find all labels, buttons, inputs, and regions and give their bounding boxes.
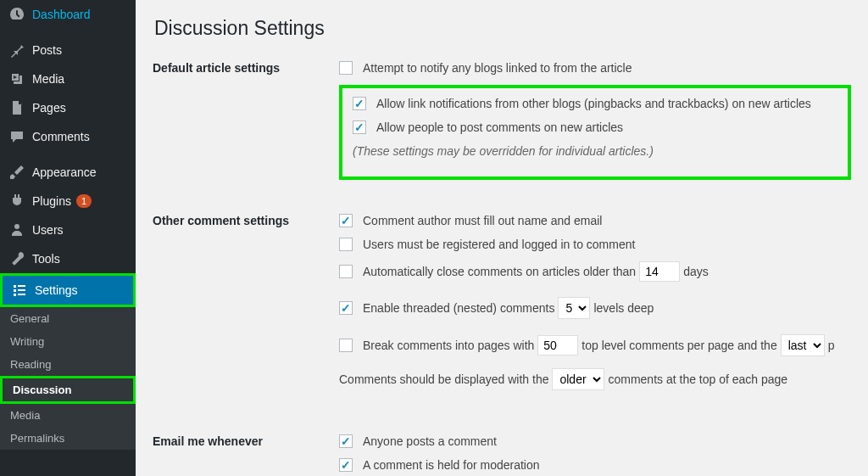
svg-rect-4 — [14, 294, 16, 296]
field-label: A comment is held for moderation — [363, 458, 540, 472]
field-label: Allow link notifications from other blog… — [376, 97, 811, 110]
checkbox-registered[interactable] — [339, 238, 353, 251]
section-heading: Other comment settings — [153, 214, 339, 400]
submenu-media[interactable]: Media — [0, 404, 136, 427]
sidebar-label: Plugins — [32, 194, 71, 208]
checkbox-threaded[interactable] — [339, 301, 353, 315]
field-label: Break comments into pages with — [363, 339, 534, 352]
checkbox-allow-comments[interactable] — [353, 120, 366, 134]
update-badge: 1 — [76, 194, 92, 208]
sidebar-label: Media — [32, 72, 64, 86]
section-heading: Email me whenever — [153, 434, 339, 476]
field-label: Automatically close comments on articles… — [363, 265, 636, 278]
checkbox-pingbacks[interactable] — [353, 97, 366, 110]
field-label: Comments should be displayed with the — [339, 372, 548, 386]
sidebar-label: Pages — [32, 101, 66, 115]
svg-rect-1 — [18, 285, 25, 287]
section-default-article: Default article settings Attempt to noti… — [153, 61, 851, 180]
field-label: Users must be registered and logged in t… — [363, 238, 635, 251]
sidebar-label: Appearance — [32, 165, 97, 179]
checkbox-email-held[interactable] — [339, 458, 353, 472]
select-thread-depth[interactable]: 5 — [558, 297, 590, 319]
sidebar-item-tools[interactable]: Tools — [0, 244, 136, 273]
field-label: levels deep — [593, 301, 654, 315]
field-label: Attempt to notify any blogs linked to fr… — [363, 61, 632, 75]
field-label: Enable threaded (nested) comments — [363, 301, 554, 315]
plugin-icon — [8, 193, 25, 210]
main-content: Discussion Settings Default article sett… — [136, 0, 868, 476]
sidebar-label: Comments — [32, 130, 90, 143]
sidebar-label: Settings — [35, 283, 78, 297]
submenu-permalinks[interactable]: Permalinks — [0, 427, 136, 450]
sidebar-label: Dashboard — [32, 8, 91, 21]
submenu-reading[interactable]: Reading — [0, 353, 136, 376]
submenu-discussion[interactable]: Discussion — [0, 376, 136, 404]
svg-rect-0 — [14, 285, 16, 288]
checkbox-autoclose[interactable] — [339, 265, 353, 278]
submenu-writing[interactable]: Writing — [0, 330, 136, 353]
wrench-icon — [8, 250, 25, 267]
input-autoclose-days[interactable] — [639, 261, 680, 282]
svg-rect-2 — [14, 289, 16, 292]
section-other-comment: Other comment settings Comment author mu… — [153, 214, 851, 400]
settings-hint: (These settings may be overridden for in… — [353, 144, 837, 158]
select-page-default[interactable]: last — [781, 334, 825, 356]
admin-sidebar: Dashboard Posts Media Pages Comments App… — [0, 0, 136, 476]
checkbox-name-email[interactable] — [339, 214, 353, 227]
media-icon — [8, 70, 25, 87]
sidebar-item-settings[interactable]: Settings — [0, 273, 136, 307]
users-icon — [8, 221, 25, 238]
section-email-whenever: Email me whenever Anyone posts a comment… — [153, 434, 851, 476]
field-label: Anyone posts a comment — [363, 434, 497, 448]
sidebar-item-appearance[interactable]: Appearance — [0, 158, 136, 187]
dashboard-icon — [8, 6, 25, 23]
pages-icon — [8, 99, 25, 116]
sidebar-item-pages[interactable]: Pages — [0, 93, 136, 122]
sidebar-item-media[interactable]: Media — [0, 64, 136, 93]
checkbox-break-pages[interactable] — [339, 339, 353, 352]
brush-icon — [8, 164, 25, 181]
sidebar-item-dashboard[interactable]: Dashboard — [0, 0, 136, 29]
sidebar-item-plugins[interactable]: Plugins 1 — [0, 187, 136, 216]
sidebar-item-comments[interactable]: Comments — [0, 122, 136, 151]
sidebar-label: Users — [32, 223, 64, 237]
pin-icon — [8, 42, 25, 59]
svg-rect-3 — [18, 289, 25, 291]
checkbox-notify-blogs[interactable] — [339, 61, 353, 75]
section-heading: Default article settings — [153, 61, 339, 180]
sidebar-item-posts[interactable]: Posts — [0, 36, 136, 64]
field-label: Allow people to post comments on new art… — [376, 120, 623, 134]
sidebar-label: Tools — [32, 252, 60, 266]
svg-rect-5 — [18, 294, 25, 295]
checkbox-email-anyone-posts[interactable] — [339, 434, 353, 448]
select-comment-order[interactable]: older — [552, 368, 604, 390]
field-label: p — [828, 339, 835, 352]
field-label: Comment author must fill out name and em… — [363, 214, 602, 227]
sidebar-label: Posts — [32, 43, 62, 57]
input-comments-per-page[interactable] — [537, 335, 578, 356]
settings-icon — [11, 282, 28, 299]
highlighted-settings: Allow link notifications from other blog… — [339, 85, 851, 180]
page-title: Discussion Settings — [154, 17, 851, 40]
field-label: top level comments per page and the — [581, 339, 776, 352]
field-label: days — [683, 265, 709, 278]
submenu-general[interactable]: General — [0, 307, 136, 330]
comments-icon — [8, 128, 25, 145]
sidebar-item-users[interactable]: Users — [0, 216, 136, 244]
field-label: comments at the top of each page — [608, 372, 787, 386]
